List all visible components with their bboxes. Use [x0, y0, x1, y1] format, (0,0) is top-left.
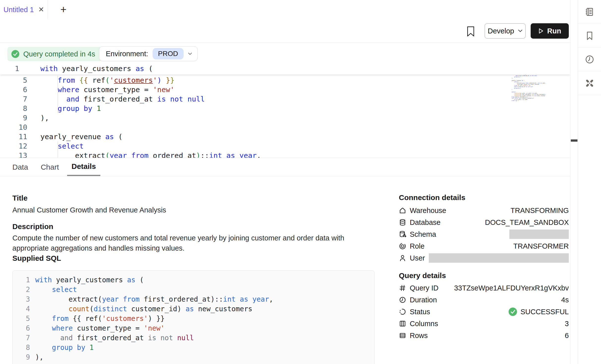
query-row-rows: Rows 6 [399, 330, 569, 341]
sql-ide-app: Untitled 1 ✕ + Develop Run [0, 0, 601, 364]
rows-icon [399, 332, 406, 339]
description-text: Compute the number of new customers and … [12, 233, 352, 253]
title-heading: Title [12, 194, 27, 202]
environment-value-pill: PROD [153, 48, 184, 59]
query-row-duration: Duration 4s [399, 294, 569, 306]
hash-icon [399, 284, 406, 292]
bookmark-icon [584, 30, 595, 41]
develop-label: Develop [488, 27, 514, 35]
role-icon [399, 242, 406, 250]
run-label: Run [547, 27, 561, 35]
tab-bar: Untitled 1 ✕ + [0, 0, 570, 20]
duration-value: 4s [561, 296, 569, 304]
schema-icon [399, 231, 406, 238]
chevron-down-icon [188, 52, 192, 55]
schema-value-redacted [509, 230, 569, 239]
sidebar-item-notebook[interactable] [578, 0, 601, 24]
description-heading: Description [12, 222, 53, 231]
warehouse-icon [399, 207, 406, 214]
dbt-logo-icon [584, 78, 595, 89]
check-circle-icon [11, 50, 19, 58]
notebook-icon [584, 7, 595, 17]
connection-row-database: Database DOCS_TEAM_SANDBOX [399, 216, 569, 228]
title-value: Annual Customer Growth and Revenue Analy… [12, 206, 166, 214]
sidebar-item-dbt[interactable] [578, 71, 601, 95]
user-icon [399, 254, 406, 262]
plus-icon: + [60, 4, 67, 16]
close-icon[interactable]: ✕ [38, 6, 44, 13]
query-row-id: Query ID 33TZseWpe1ALFDUYerxR1gVKxbv [399, 282, 569, 294]
supplied-sql-heading: Supplied SQL [12, 254, 61, 262]
bookmark-icon [466, 26, 476, 37]
sidebar-item-history[interactable] [578, 48, 601, 71]
editor-code-lines: 5 from {{ ref('customers') }}6 where cus… [0, 76, 570, 158]
query-status-pill: Query completed in 4s [7, 47, 102, 61]
connection-row-user: User [399, 252, 569, 264]
spinner-icon [399, 308, 406, 315]
tab-chart[interactable]: Chart [36, 158, 63, 176]
role-value: TRANSFORMER [513, 242, 569, 250]
query-id-value: 33TZseWpe1ALFDUYerxR1gVKxbv [454, 284, 569, 292]
query-row-status: Status SUCCESSFUL [399, 306, 569, 318]
history-icon [584, 54, 595, 65]
query-details-heading: Query details [399, 271, 446, 280]
tab-details[interactable]: Details [67, 158, 100, 176]
tab-data[interactable]: Data [8, 158, 32, 176]
columns-icon [399, 320, 406, 327]
query-status-text: Query completed in 4s [23, 50, 95, 58]
results-tab-bar: Data Chart Details [0, 158, 570, 176]
warehouse-value: TRANSFORMING [511, 207, 569, 215]
chevron-down-icon [518, 29, 522, 32]
supplied-sql-block: 1with yearly_customers as (2 select3 ext… [12, 270, 375, 364]
user-value-redacted [429, 253, 569, 263]
environment-label: Environment: [106, 50, 148, 58]
environment-selector[interactable]: Environment: PROD [99, 46, 198, 61]
editor-sticky-line: 1with yearly_customers as ( [0, 63, 570, 75]
query-row-columns: Columns 3 [399, 318, 569, 330]
tab-untitled-1[interactable]: Untitled 1 ✕ [0, 0, 48, 19]
scrollbar-thumb[interactable] [571, 139, 577, 142]
run-button[interactable]: Run [531, 23, 569, 39]
new-tab-button[interactable]: + [55, 0, 71, 19]
columns-value: 3 [565, 320, 569, 328]
connection-details-heading: Connection details [399, 193, 465, 202]
bookmark-button[interactable] [466, 26, 476, 37]
rows-value: 6 [565, 332, 569, 340]
connection-row-role: Role TRANSFORMER [399, 240, 569, 252]
sidebar-item-bookmarks[interactable] [578, 24, 601, 48]
right-sidebar [578, 0, 601, 364]
scrollbar-track[interactable] [570, 0, 578, 364]
database-icon [399, 219, 406, 226]
sql-editor[interactable]: 5 from {{ ref('customers') }}6 where cus… [0, 63, 570, 158]
toolbar: Develop Run [0, 19, 570, 43]
develop-dropdown[interactable]: Develop [485, 23, 526, 39]
play-icon [538, 28, 544, 34]
status-value: SUCCESSFUL [520, 308, 569, 316]
tab-label: Untitled 1 [3, 6, 34, 14]
duration-icon [399, 296, 406, 304]
check-circle-icon [509, 308, 517, 316]
database-value: DOCS_TEAM_SANDBOX [485, 218, 569, 227]
connection-row-schema: Schema [399, 228, 569, 240]
connection-row-warehouse: Warehouse TRANSFORMING [399, 205, 569, 216]
